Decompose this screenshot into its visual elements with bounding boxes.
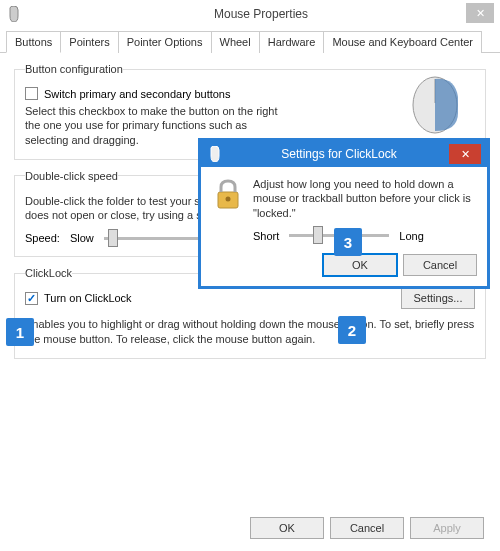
clicklock-settings-dialog: Settings for ClickLock ✕ Adjust how long… [198, 138, 490, 289]
speed-slow-label: Slow [70, 232, 94, 244]
modal-close-button[interactable]: ✕ [449, 144, 481, 164]
modal-ok-button[interactable]: OK [323, 254, 397, 276]
button-config-legend: Button configuration [25, 63, 123, 75]
modal-title: Settings for ClickLock [229, 147, 449, 161]
tab-pointer-options[interactable]: Pointer Options [119, 31, 212, 53]
tab-buttons[interactable]: Buttons [6, 31, 61, 53]
mouse-image [400, 75, 470, 135]
modal-titlebar: Settings for ClickLock ✕ [201, 141, 487, 167]
lock-icon [211, 177, 245, 211]
ok-button[interactable]: OK [250, 517, 324, 539]
callout-2: 2 [338, 316, 366, 344]
modal-long-label: Long [399, 230, 423, 242]
tab-pointers[interactable]: Pointers [61, 31, 118, 53]
clicklock-legend: ClickLock [25, 267, 72, 279]
tab-wheel[interactable]: Wheel [212, 31, 260, 53]
tab-hardware[interactable]: Hardware [260, 31, 325, 53]
modal-text: Adjust how long you need to hold down a … [253, 177, 477, 220]
clicklock-checkbox[interactable] [25, 292, 38, 305]
titlebar: Mouse Properties ✕ [0, 0, 500, 28]
speed-label: Speed: [25, 232, 60, 244]
switch-buttons-label: Switch primary and secondary buttons [44, 88, 230, 100]
clicklock-settings-button[interactable]: Settings... [401, 287, 475, 309]
switch-buttons-checkbox[interactable] [25, 87, 38, 100]
svg-point-3 [226, 197, 231, 202]
tab-strip: Buttons Pointers Pointer Options Wheel H… [0, 30, 500, 53]
mouse-icon [6, 6, 22, 22]
modal-short-label: Short [253, 230, 279, 242]
tab-mkc[interactable]: Mouse and Keyboard Center [324, 31, 482, 53]
clicklock-slider-thumb[interactable] [313, 226, 323, 244]
clicklock-desc: Enables you to highlight or drag without… [25, 317, 475, 346]
double-click-legend: Double-click speed [25, 170, 118, 182]
speed-slider-thumb[interactable] [108, 229, 118, 247]
clicklock-label: Turn on ClickLock [44, 292, 132, 304]
modal-mouse-icon [207, 146, 223, 162]
window-title: Mouse Properties [28, 7, 494, 21]
close-button[interactable]: ✕ [466, 3, 494, 23]
callout-1: 1 [6, 318, 34, 346]
dialog-buttons: OK Cancel Apply [250, 517, 484, 539]
apply-button: Apply [410, 517, 484, 539]
cancel-button[interactable]: Cancel [330, 517, 404, 539]
callout-3: 3 [334, 228, 362, 256]
modal-cancel-button[interactable]: Cancel [403, 254, 477, 276]
